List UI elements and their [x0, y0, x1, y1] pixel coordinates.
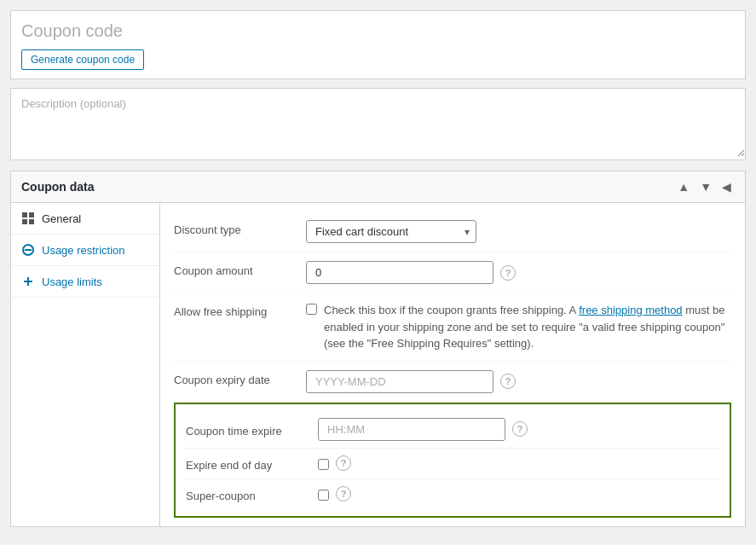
coupon-data-panel: Coupon data ▲ ▼ ◀ General — [10, 171, 746, 527]
panel-body: General Usage restriction — [11, 203, 745, 526]
panel-down-button[interactable]: ▼ — [696, 178, 715, 195]
form-table: Discount type Percentage discount Fixed … — [160, 203, 745, 526]
svg-rect-2 — [22, 219, 27, 224]
coupon-time-expire-row: Coupon time expire ? — [186, 411, 719, 448]
plus-icon — [21, 275, 35, 288]
svg-rect-7 — [24, 281, 32, 282]
coupon-code-section: Generate coupon code — [10, 10, 746, 79]
coupon-code-input[interactable] — [21, 20, 735, 43]
description-textarea[interactable] — [11, 89, 745, 157]
sidebar-item-usage-restriction-label: Usage restriction — [42, 244, 125, 257]
green-bordered-section: Coupon time expire ? Expire end of day ? — [174, 403, 731, 518]
discount-type-select[interactable]: Percentage discount Fixed cart discount … — [306, 220, 476, 243]
sidebar-item-usage-limits[interactable]: Usage limits — [11, 266, 159, 298]
allow-free-shipping-checkbox[interactable] — [306, 304, 317, 315]
sidebar-item-general-label: General — [42, 212, 81, 225]
super-coupon-help-icon[interactable]: ? — [336, 486, 351, 502]
svg-rect-1 — [29, 212, 34, 217]
svg-rect-0 — [22, 212, 27, 217]
sidebar-item-general[interactable]: General — [11, 203, 159, 235]
allow-free-shipping-field: Check this box if the coupon grants free… — [306, 302, 731, 352]
coupon-expiry-date-label: Coupon expiry date — [174, 370, 306, 386]
sidebar-nav: General Usage restriction — [11, 203, 160, 526]
panel-controls: ▲ ▼ ◀ — [674, 178, 735, 195]
sidebar-item-usage-limits-label: Usage limits — [42, 275, 102, 288]
coupon-expiry-date-field: ? — [306, 370, 731, 393]
svg-rect-3 — [29, 219, 34, 224]
expire-end-of-day-field: ? — [318, 455, 719, 471]
discount-type-row: Discount type Percentage discount Fixed … — [174, 212, 731, 252]
free-shipping-method-link[interactable]: free shipping method — [579, 304, 682, 316]
coupon-time-expire-input[interactable] — [318, 418, 505, 441]
panel-up-button[interactable]: ▲ — [674, 178, 693, 195]
super-coupon-row: Super-coupon ? — [186, 478, 719, 509]
sidebar-item-usage-restriction[interactable]: Usage restriction — [11, 235, 159, 266]
coupon-expiry-date-input[interactable] — [306, 370, 493, 393]
coupon-time-expire-label: Coupon time expire — [186, 421, 318, 438]
grid-icon — [21, 212, 35, 225]
allow-free-shipping-description: Check this box if the coupon grants free… — [324, 302, 731, 352]
allow-free-shipping-row: Allow free shipping Check this box if th… — [174, 293, 731, 362]
super-coupon-checkbox[interactable] — [318, 490, 329, 501]
description-section — [10, 88, 746, 160]
svg-rect-5 — [25, 249, 32, 251]
super-coupon-field: ? — [318, 486, 719, 502]
coupon-expiry-date-row: Coupon expiry date ? — [174, 362, 731, 403]
circle-minus-icon — [21, 243, 35, 257]
coupon-expiry-date-help-icon[interactable]: ? — [500, 374, 516, 389]
generate-coupon-button[interactable]: Generate coupon code — [21, 49, 144, 70]
panel-header: Coupon data ▲ ▼ ◀ — [11, 171, 745, 203]
allow-free-shipping-checkbox-wrapper: Check this box if the coupon grants free… — [306, 302, 731, 352]
coupon-amount-row: Coupon amount ? — [174, 252, 731, 293]
coupon-amount-input[interactable] — [306, 261, 493, 284]
coupon-amount-field: ? — [306, 261, 731, 284]
main-content: Discount type Percentage discount Fixed … — [160, 203, 745, 526]
discount-type-label: Discount type — [174, 220, 306, 236]
expire-end-of-day-help-icon[interactable]: ? — [336, 455, 351, 471]
expire-end-of-day-checkbox[interactable] — [318, 459, 329, 470]
expire-end-of-day-row: Expire end of day ? — [186, 448, 719, 478]
coupon-amount-label: Coupon amount — [174, 261, 306, 277]
discount-type-field: Percentage discount Fixed cart discount … — [306, 220, 731, 243]
discount-type-select-wrapper: Percentage discount Fixed cart discount … — [306, 220, 476, 243]
super-coupon-label: Super-coupon — [186, 486, 318, 502]
expire-end-of-day-label: Expire end of day — [186, 455, 318, 472]
coupon-time-expire-field: ? — [318, 418, 719, 441]
panel-collapse-button[interactable]: ◀ — [718, 178, 735, 195]
allow-free-shipping-label: Allow free shipping — [174, 302, 306, 318]
coupon-time-expire-help-icon[interactable]: ? — [512, 421, 528, 437]
coupon-amount-help-icon[interactable]: ? — [500, 265, 516, 281]
panel-title: Coupon data — [21, 180, 95, 194]
